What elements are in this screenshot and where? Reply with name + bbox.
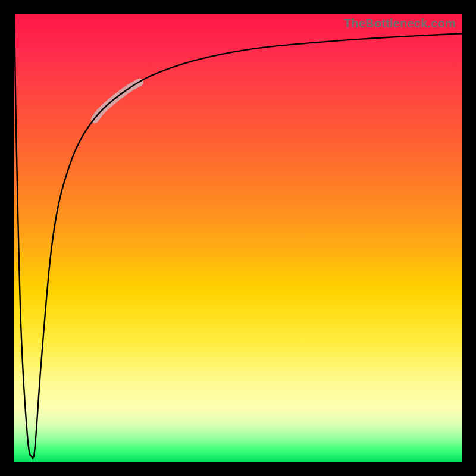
curve-layer	[14, 14, 462, 462]
chart-frame: TheBottleneck.com	[0, 0, 476, 476]
bottleneck-curve	[14, 14, 462, 459]
watermark-label: TheBottleneck.com	[344, 17, 456, 30]
plot-area: TheBottleneck.com	[14, 14, 462, 462]
curve-highlight	[95, 82, 139, 119]
